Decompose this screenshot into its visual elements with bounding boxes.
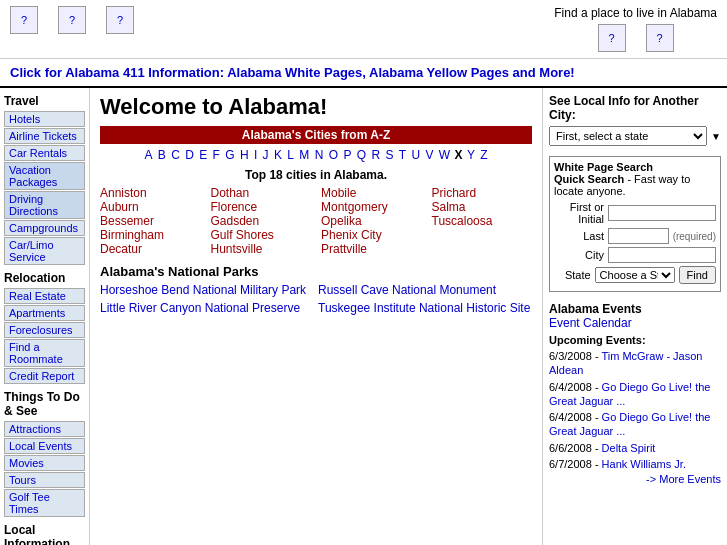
find-place-text: Find a place to live in Alabama bbox=[554, 6, 717, 20]
az-o[interactable]: O bbox=[329, 148, 338, 162]
az-j[interactable]: J bbox=[263, 148, 269, 162]
city-salma[interactable]: Salma bbox=[432, 200, 533, 214]
az-u[interactable]: U bbox=[411, 148, 420, 162]
az-l[interactable]: L bbox=[287, 148, 294, 162]
sidebar-item-roommate[interactable]: Find a Roommate bbox=[4, 339, 85, 367]
sidebar-item-golf[interactable]: Golf Tee Times bbox=[4, 489, 85, 517]
sidebar-item-movies[interactable]: Movies bbox=[4, 455, 85, 471]
main-layout: Travel Hotels Airline Tickets Car Rental… bbox=[0, 88, 727, 545]
az-m[interactable]: M bbox=[299, 148, 309, 162]
city-empty-1 bbox=[432, 228, 533, 242]
local-info-title: See Local Info for Another City: bbox=[549, 94, 721, 122]
banner-icon-1[interactable]: ? bbox=[10, 6, 38, 34]
sidebar-item-local-events[interactable]: Local Events bbox=[4, 438, 85, 454]
event-2-date: 6/4/2008 bbox=[549, 411, 592, 423]
state-select[interactable]: First, select a state bbox=[549, 126, 707, 146]
banner-icon-3[interactable]: ? bbox=[106, 6, 134, 34]
event-3: 6/6/2008 - Delta Spirit bbox=[549, 441, 721, 455]
event-3-date: 6/6/2008 bbox=[549, 442, 592, 454]
sidebar-item-carlimo[interactable]: Car/Limo Service bbox=[4, 237, 85, 265]
event-4: 6/7/2008 - Hank Williams Jr. bbox=[549, 457, 721, 471]
az-v[interactable]: V bbox=[426, 148, 434, 162]
sidebar-item-hotels[interactable]: Hotels bbox=[4, 111, 85, 127]
city-huntsville[interactable]: Huntsville bbox=[211, 242, 312, 256]
sidebar-local-title: Local Information bbox=[4, 521, 85, 545]
wp-desc: Quick Search - Fast way to locate anyone… bbox=[554, 173, 716, 197]
wp-state-select[interactable]: Choose a State bbox=[595, 267, 675, 283]
city-auburn[interactable]: Auburn bbox=[100, 200, 201, 214]
city-montgomery[interactable]: Montgomery bbox=[321, 200, 422, 214]
az-y[interactable]: Y bbox=[467, 148, 475, 162]
banner-icon-5[interactable]: ? bbox=[646, 24, 674, 52]
city-anniston[interactable]: Anniston bbox=[100, 186, 201, 200]
sidebar-item-campgrounds[interactable]: Campgrounds bbox=[4, 220, 85, 236]
az-k[interactable]: K bbox=[274, 148, 282, 162]
city-bessemer[interactable]: Bessemer bbox=[100, 214, 201, 228]
park-tuskegee[interactable]: Tuskegee Institute National Historic Sit… bbox=[318, 301, 532, 315]
park-russell[interactable]: Russell Cave National Monument bbox=[318, 283, 532, 297]
park-little-river[interactable]: Little River Canyon National Preserve bbox=[100, 301, 314, 315]
city-gadsden[interactable]: Gadsden bbox=[211, 214, 312, 228]
az-title: Alabama's Cities from A-Z bbox=[106, 128, 526, 142]
az-b[interactable]: B bbox=[158, 148, 166, 162]
wp-quick-label: Quick Search bbox=[554, 173, 624, 185]
sidebar-item-airline[interactable]: Airline Tickets bbox=[4, 128, 85, 144]
az-h[interactable]: H bbox=[240, 148, 249, 162]
click-bar-link[interactable]: Click for Alabama 411 Information: Alaba… bbox=[10, 65, 575, 80]
city-decatur[interactable]: Decatur bbox=[100, 242, 201, 256]
city-birmingham[interactable]: Birmingham bbox=[100, 228, 201, 242]
az-z[interactable]: Z bbox=[480, 148, 487, 162]
sidebar-item-credit[interactable]: Credit Report bbox=[4, 368, 85, 384]
az-s[interactable]: S bbox=[385, 148, 393, 162]
wp-find-button[interactable]: Find bbox=[679, 266, 716, 284]
banner-icons-right: ? ? bbox=[554, 24, 717, 52]
sidebar-item-realestate[interactable]: Real Estate bbox=[4, 288, 85, 304]
banner-icon-2[interactable]: ? bbox=[58, 6, 86, 34]
wp-city-input[interactable] bbox=[608, 247, 716, 263]
city-opelika[interactable]: Opelika bbox=[321, 214, 422, 228]
more-events-link[interactable]: -> More Events bbox=[646, 473, 721, 485]
az-g[interactable]: G bbox=[225, 148, 234, 162]
wp-last-input[interactable] bbox=[608, 228, 669, 244]
parks-grid: Horseshoe Bend National Military Park Ru… bbox=[100, 283, 532, 315]
event-3-link[interactable]: Delta Spirit bbox=[602, 442, 656, 454]
sidebar-relocation-title: Relocation bbox=[4, 269, 85, 287]
az-r[interactable]: R bbox=[371, 148, 380, 162]
az-p[interactable]: P bbox=[343, 148, 351, 162]
az-q[interactable]: Q bbox=[357, 148, 366, 162]
az-w[interactable]: W bbox=[439, 148, 450, 162]
city-phenix[interactable]: Phenix City bbox=[321, 228, 422, 242]
sidebar-item-apartments[interactable]: Apartments bbox=[4, 305, 85, 321]
az-n[interactable]: N bbox=[315, 148, 324, 162]
az-f[interactable]: F bbox=[213, 148, 220, 162]
event-4-link[interactable]: Hank Williams Jr. bbox=[602, 458, 686, 470]
az-t[interactable]: T bbox=[399, 148, 406, 162]
city-tuscaloosa[interactable]: Tuscaloosa bbox=[432, 214, 533, 228]
sidebar-item-car-rentals[interactable]: Car Rentals bbox=[4, 145, 85, 161]
az-c[interactable]: C bbox=[171, 148, 180, 162]
az-a[interactable]: A bbox=[144, 148, 152, 162]
wp-first-row: First or Initial bbox=[554, 201, 716, 225]
sidebar-item-attractions[interactable]: Attractions bbox=[4, 421, 85, 437]
sidebar-item-vacation[interactable]: Vacation Packages bbox=[4, 162, 85, 190]
banner-icon-4[interactable]: ? bbox=[598, 24, 626, 52]
city-florence[interactable]: Florence bbox=[211, 200, 312, 214]
sidebar-item-driving[interactable]: Driving Directions bbox=[4, 191, 85, 219]
az-i[interactable]: I bbox=[254, 148, 257, 162]
event-0: 6/3/2008 - Tim McGraw - Jason Aldean bbox=[549, 349, 721, 378]
sidebar-item-tours[interactable]: Tours bbox=[4, 472, 85, 488]
sidebar-item-foreclosures[interactable]: Foreclosures bbox=[4, 322, 85, 338]
az-d[interactable]: D bbox=[185, 148, 194, 162]
city-empty-2 bbox=[432, 242, 533, 256]
city-mobile[interactable]: Mobile bbox=[321, 186, 422, 200]
city-prichard[interactable]: Prichard bbox=[432, 186, 533, 200]
city-prattville[interactable]: Prattville bbox=[321, 242, 422, 256]
event-calendar-link[interactable]: Event Calendar bbox=[549, 316, 632, 330]
park-horseshoe[interactable]: Horseshoe Bend National Military Park bbox=[100, 283, 314, 297]
az-e[interactable]: E bbox=[199, 148, 207, 162]
wp-first-input[interactable] bbox=[608, 205, 716, 221]
click-bar[interactable]: Click for Alabama 411 Information: Alaba… bbox=[0, 59, 727, 88]
city-dothan[interactable]: Dothan bbox=[211, 186, 312, 200]
city-gulf-shores[interactable]: Gulf Shores bbox=[211, 228, 312, 242]
cities-grid: Anniston Dothan Mobile Prichard Auburn F… bbox=[100, 186, 532, 256]
